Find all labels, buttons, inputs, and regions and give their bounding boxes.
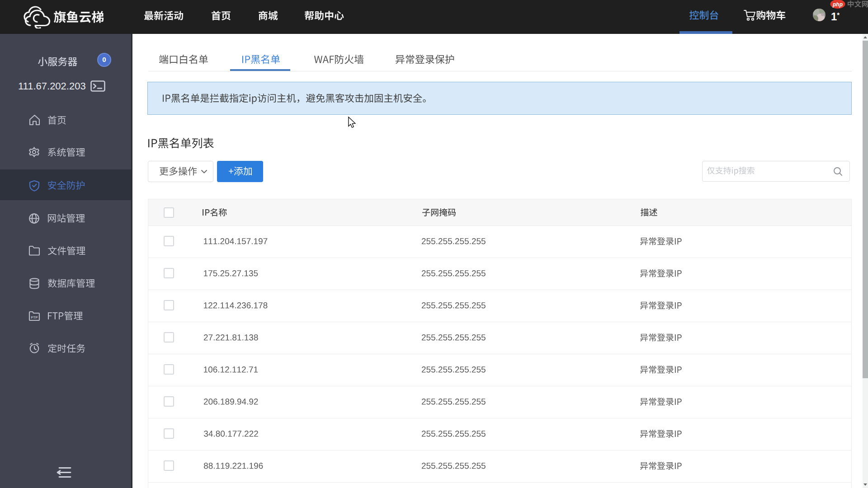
svg-text:php: php: [832, 1, 843, 8]
svg-text:FTP: FTP: [31, 315, 38, 319]
